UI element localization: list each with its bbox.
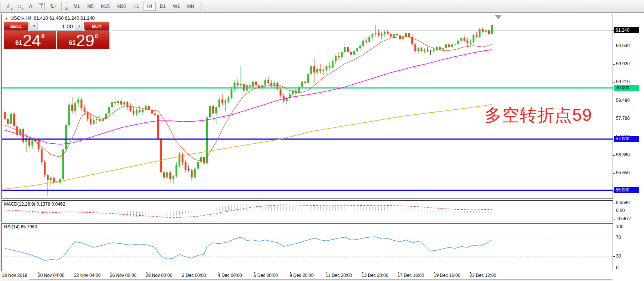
time-tick-label: 6 Dec 00:00 <box>254 273 278 278</box>
volume-increase-button[interactable]: ▲ <box>75 22 83 30</box>
time-tick-label: 28 Nov 00:00 <box>146 273 172 278</box>
rsi-tick-label: 30 <box>616 253 621 259</box>
chart-window: ▲ USOil-,H4 61.410 61.460 61.240 61.240 … <box>0 13 644 281</box>
volume-stepper: ▼ ▲ <box>30 22 83 31</box>
timeframe-toolbar: M1M5M15M30H1H4D1W1MN <box>70 2 198 11</box>
timeframe-h4[interactable]: H4 <box>143 2 155 11</box>
price-tick-mark <box>613 101 615 101</box>
time-tick-label: 9 Dec 20:00 <box>290 273 314 278</box>
toolbar-separator <box>201 2 202 11</box>
price-tick-label: 55.650 <box>616 170 630 175</box>
time-tick-label: 22 Nov 04:00 <box>74 273 100 278</box>
trading-terminal-window: ⫽E∷FAT⇅▾ M1M5M15M30H1H4D1W1MN ▲ USOil-,H… <box>0 0 644 281</box>
price-tick-label: 56.360 <box>616 152 630 157</box>
buy-price-prefix: 61 <box>69 39 76 47</box>
rsi-tick-label: 100 <box>616 224 623 229</box>
timeframe-w1[interactable]: W1 <box>170 2 183 11</box>
arrow-objects-icon[interactable]: ⇅▾ <box>47 1 59 11</box>
time-tick-label: 26 Nov 00:00 <box>110 273 136 278</box>
macd-tick-mark <box>613 203 615 203</box>
text-box-icon[interactable]: T <box>36 1 47 11</box>
rsi-label: RSI(14) 65.7960 <box>4 224 37 230</box>
macd-label: MACD(12,26,9) 0.1378 0.0462 <box>4 202 65 207</box>
price-tick-mark <box>613 82 615 82</box>
macd-chart-canvas[interactable] <box>2 201 613 222</box>
rsi-chart-canvas[interactable] <box>2 224 613 271</box>
time-tick-label: 4 Dec 00:00 <box>218 273 242 278</box>
horizontal-scrollbar[interactable] <box>1 279 613 281</box>
ohlc-values-label: 61.410 61.460 61.240 61.240 <box>34 16 95 21</box>
current-price-label: 61.240 <box>614 27 639 33</box>
hline-price-label: 55.000 <box>614 187 639 193</box>
price-tick-mark <box>613 64 615 65</box>
hline-price-label: 57.000 <box>614 136 639 142</box>
toolbar-drag-handle[interactable] <box>65 2 68 10</box>
macd-tick-label: 0.5586 <box>616 200 630 205</box>
toolbar: ⫽E∷FAT⇅▾ M1M5M15M30H1H4D1W1MN <box>0 0 644 13</box>
rsi-tick-mark <box>613 238 615 238</box>
macd-tick-label: -0.5677 <box>616 216 631 221</box>
timeframe-m30[interactable]: M30 <box>114 2 129 11</box>
time-tick-label: 13 Dec 20:00 <box>362 273 388 278</box>
sell-price-prefix: 61 <box>15 39 22 47</box>
rsi-tick-label: 70 <box>616 235 621 240</box>
toolbar-separator <box>61 2 63 11</box>
ma-slow-line <box>5 104 492 189</box>
rsi-tick-label: 0 <box>616 265 619 270</box>
price-tick-label: 57.780 <box>616 116 630 121</box>
text-label-icon[interactable]: A <box>25 1 36 11</box>
collapse-panel-icon[interactable]: ▲ <box>5 17 8 20</box>
price-axis[interactable]: 61.24060.63059.92059.21058.49057.78057.0… <box>613 14 644 271</box>
time-tick-label: 19 Dec 16:00 <box>434 273 460 278</box>
volume-decrease-button[interactable]: ▼ <box>30 22 38 30</box>
timeframe-h1[interactable]: H1 <box>130 2 142 11</box>
time-tick-label: 11 Dec 20:00 <box>326 273 352 278</box>
rsi-indicator-panel[interactable]: RSI(14) 65.7960 <box>1 223 613 271</box>
sell-button[interactable]: SELL <box>4 22 28 31</box>
drawing-tools-group: ⫽E∷FAT⇅▾ <box>3 1 59 11</box>
price-tick-label: 59.920 <box>616 61 630 66</box>
chart-text-annotation: 多空转折点59 <box>484 104 592 127</box>
symbol-period-label: USOil-,H4 <box>10 16 31 21</box>
timeframe-m1[interactable]: M1 <box>70 2 83 11</box>
macd-indicator-panel[interactable]: MACD(12,26,9) 0.1378 0.0462 <box>1 200 613 222</box>
price-tick-label: 60.630 <box>616 43 630 48</box>
ma-fast-line <box>5 37 492 161</box>
price-chart-panel[interactable]: ▲ USOil-,H4 61.410 61.460 61.240 61.240 … <box>1 14 613 199</box>
buy-price-display[interactable]: 61290 <box>57 31 109 49</box>
volume-input[interactable] <box>38 22 75 30</box>
fibonacci-grid-f-icon[interactable]: ∷F <box>14 1 25 11</box>
rsi-tick-mark <box>613 268 615 268</box>
macd-tick-mark <box>613 211 615 211</box>
price-tick-label: 58.490 <box>616 98 630 103</box>
price-tick-mark <box>613 119 615 119</box>
buy-price-superscript: 0 <box>95 33 98 39</box>
price-tick-mark <box>613 155 615 156</box>
time-tick-label: 20 Nov 04:00 <box>38 273 64 278</box>
macd-tick-mark <box>613 219 615 219</box>
hline-price-label: 59.000 <box>614 85 639 91</box>
rsi-tick-mark <box>613 256 615 257</box>
timeframe-mn[interactable]: MN <box>184 2 198 11</box>
time-tick-label: 18 Nov 2019 <box>2 273 27 278</box>
timeframe-m5[interactable]: M5 <box>84 2 97 11</box>
buy-price-main: 29 <box>76 32 95 49</box>
sell-price-display[interactable]: 61240 <box>4 31 56 49</box>
sell-price-superscript: 0 <box>41 33 44 39</box>
timeframe-m15[interactable]: M15 <box>97 2 113 11</box>
time-tick-label: 2 Dec 00:00 <box>182 273 206 278</box>
macd-tick-label: 0.00 <box>616 208 625 213</box>
scroll-to-end-marker-icon[interactable] <box>495 15 502 19</box>
chart-title: ▲ USOil-,H4 61.410 61.460 61.240 61.240 <box>5 16 95 21</box>
timeframe-d1[interactable]: D1 <box>157 2 169 11</box>
buy-button[interactable]: BUY <box>84 22 109 31</box>
time-tick-label: 23 Dec 12:00 <box>470 273 496 278</box>
macd-signal-line <box>5 205 492 218</box>
rsi-tick-mark <box>613 227 615 227</box>
scrollbar-thumb[interactable] <box>30 279 612 280</box>
price-tick-mark <box>613 46 615 46</box>
one-click-trading-panel: SELL ▼ ▲ BUY 61240 61290 <box>4 22 111 49</box>
price-tick-mark <box>613 173 615 174</box>
crosshair-draw-e-icon[interactable]: ⫽E <box>3 1 14 11</box>
ma-mid-line <box>5 50 492 144</box>
